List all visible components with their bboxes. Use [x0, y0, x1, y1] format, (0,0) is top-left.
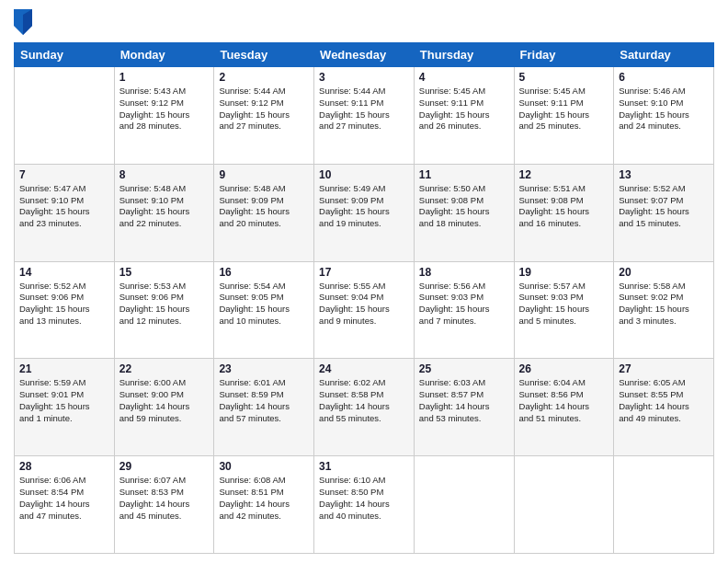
- day-number: 31: [319, 460, 409, 473]
- day-info: Sunrise: 6:05 AM Sunset: 8:55 PM Dayligh…: [619, 377, 709, 424]
- day-info: Sunrise: 5:44 AM Sunset: 9:12 PM Dayligh…: [219, 86, 309, 132]
- calendar-cell: 19Sunrise: 5:57 AM Sunset: 9:03 PM Dayli…: [514, 261, 614, 359]
- calendar-cell: [614, 456, 714, 554]
- calendar-cell: 23Sunrise: 6:01 AM Sunset: 8:59 PM Dayli…: [214, 359, 314, 456]
- calendar-cell: 28Sunrise: 6:06 AM Sunset: 8:54 PM Dayli…: [15, 456, 115, 554]
- day-number: 24: [319, 362, 409, 375]
- calendar-week-3: 14Sunrise: 5:52 AM Sunset: 9:06 PM Dayli…: [15, 261, 714, 359]
- day-info: Sunrise: 5:44 AM Sunset: 9:11 PM Dayligh…: [319, 86, 409, 132]
- calendar-header-wednesday: Wednesday: [314, 43, 415, 67]
- calendar-cell: 11Sunrise: 5:50 AM Sunset: 9:08 PM Dayli…: [414, 164, 514, 261]
- calendar-header-sunday: Sunday: [15, 43, 115, 67]
- day-info: Sunrise: 5:45 AM Sunset: 9:11 PM Dayligh…: [419, 86, 509, 132]
- day-number: 15: [119, 266, 210, 279]
- day-info: Sunrise: 5:56 AM Sunset: 9:03 PM Dayligh…: [419, 281, 509, 327]
- day-number: 29: [119, 460, 210, 473]
- calendar-header-saturday: Saturday: [614, 43, 714, 67]
- day-number: 2: [219, 71, 309, 84]
- calendar-cell: 18Sunrise: 5:56 AM Sunset: 9:03 PM Dayli…: [414, 261, 514, 359]
- day-number: 9: [219, 168, 309, 181]
- calendar-cell: 9Sunrise: 5:48 AM Sunset: 9:09 PM Daylig…: [214, 164, 314, 261]
- day-number: 12: [519, 168, 609, 181]
- day-number: 20: [619, 266, 709, 279]
- logo-icon: [14, 9, 32, 35]
- day-info: Sunrise: 6:00 AM Sunset: 9:00 PM Dayligh…: [119, 377, 210, 424]
- calendar-header-tuesday: Tuesday: [214, 43, 314, 67]
- day-number: 17: [319, 266, 409, 279]
- calendar-cell: 3Sunrise: 5:44 AM Sunset: 9:11 PM Daylig…: [314, 67, 415, 165]
- calendar-week-1: 1Sunrise: 5:43 AM Sunset: 9:12 PM Daylig…: [15, 67, 714, 165]
- calendar-cell: 5Sunrise: 5:45 AM Sunset: 9:11 PM Daylig…: [514, 67, 614, 165]
- day-info: Sunrise: 5:48 AM Sunset: 9:10 PM Dayligh…: [119, 183, 210, 230]
- calendar-cell: 14Sunrise: 5:52 AM Sunset: 9:06 PM Dayli…: [15, 261, 115, 359]
- calendar-table: SundayMondayTuesdayWednesdayThursdayFrid…: [14, 42, 714, 554]
- header: [14, 9, 714, 35]
- day-number: 25: [419, 362, 509, 375]
- day-info: Sunrise: 6:07 AM Sunset: 8:53 PM Dayligh…: [119, 475, 210, 522]
- day-number: 19: [519, 266, 609, 279]
- page: SundayMondayTuesdayWednesdayThursdayFrid…: [0, 0, 728, 563]
- day-number: 16: [219, 266, 309, 279]
- calendar-cell: 31Sunrise: 6:10 AM Sunset: 8:50 PM Dayli…: [314, 456, 415, 554]
- day-number: 6: [619, 71, 709, 84]
- day-number: 13: [619, 168, 709, 181]
- calendar-cell: 26Sunrise: 6:04 AM Sunset: 8:56 PM Dayli…: [514, 359, 614, 456]
- calendar-cell: 2Sunrise: 5:44 AM Sunset: 9:12 PM Daylig…: [214, 67, 314, 165]
- calendar-cell: [514, 456, 614, 554]
- calendar-header-monday: Monday: [114, 43, 214, 67]
- calendar-cell: 29Sunrise: 6:07 AM Sunset: 8:53 PM Dayli…: [114, 456, 214, 554]
- day-info: Sunrise: 6:02 AM Sunset: 8:58 PM Dayligh…: [319, 377, 409, 424]
- day-info: Sunrise: 5:57 AM Sunset: 9:03 PM Dayligh…: [519, 281, 609, 327]
- day-info: Sunrise: 6:01 AM Sunset: 8:59 PM Dayligh…: [219, 377, 309, 424]
- day-number: 7: [19, 168, 109, 181]
- day-number: 3: [319, 71, 409, 84]
- day-number: 28: [19, 460, 109, 473]
- day-info: Sunrise: 5:50 AM Sunset: 9:08 PM Dayligh…: [419, 183, 509, 230]
- calendar-cell: 4Sunrise: 5:45 AM Sunset: 9:11 PM Daylig…: [414, 67, 514, 165]
- calendar-cell: 6Sunrise: 5:46 AM Sunset: 9:10 PM Daylig…: [614, 67, 714, 165]
- calendar-cell: 30Sunrise: 6:08 AM Sunset: 8:51 PM Dayli…: [214, 456, 314, 554]
- day-info: Sunrise: 5:51 AM Sunset: 9:08 PM Dayligh…: [519, 183, 609, 230]
- day-number: 18: [419, 266, 509, 279]
- calendar-week-5: 28Sunrise: 6:06 AM Sunset: 8:54 PM Dayli…: [15, 456, 714, 554]
- calendar-header-friday: Friday: [514, 43, 614, 67]
- day-info: Sunrise: 5:55 AM Sunset: 9:04 PM Dayligh…: [319, 281, 409, 327]
- day-info: Sunrise: 5:53 AM Sunset: 9:06 PM Dayligh…: [119, 281, 210, 327]
- calendar-cell: 1Sunrise: 5:43 AM Sunset: 9:12 PM Daylig…: [114, 67, 214, 165]
- day-number: 21: [19, 362, 109, 375]
- day-info: Sunrise: 6:08 AM Sunset: 8:51 PM Dayligh…: [219, 475, 309, 522]
- calendar-cell: 22Sunrise: 6:00 AM Sunset: 9:00 PM Dayli…: [114, 359, 214, 456]
- day-info: Sunrise: 5:45 AM Sunset: 9:11 PM Dayligh…: [519, 86, 609, 132]
- day-info: Sunrise: 5:43 AM Sunset: 9:12 PM Dayligh…: [119, 86, 210, 132]
- calendar-week-4: 21Sunrise: 5:59 AM Sunset: 9:01 PM Dayli…: [15, 359, 714, 456]
- calendar-cell: [15, 67, 115, 165]
- day-info: Sunrise: 5:52 AM Sunset: 9:06 PM Dayligh…: [19, 281, 109, 327]
- calendar-header-row: SundayMondayTuesdayWednesdayThursdayFrid…: [15, 43, 714, 67]
- day-number: 23: [219, 362, 309, 375]
- calendar-cell: 12Sunrise: 5:51 AM Sunset: 9:08 PM Dayli…: [514, 164, 614, 261]
- day-number: 1: [119, 71, 210, 84]
- day-number: 11: [419, 168, 509, 181]
- day-number: 5: [519, 71, 609, 84]
- calendar-cell: 10Sunrise: 5:49 AM Sunset: 9:09 PM Dayli…: [314, 164, 415, 261]
- calendar-cell: 13Sunrise: 5:52 AM Sunset: 9:07 PM Dayli…: [614, 164, 714, 261]
- day-info: Sunrise: 5:46 AM Sunset: 9:10 PM Dayligh…: [619, 86, 709, 132]
- day-info: Sunrise: 6:04 AM Sunset: 8:56 PM Dayligh…: [519, 377, 609, 424]
- day-info: Sunrise: 6:06 AM Sunset: 8:54 PM Dayligh…: [19, 475, 109, 522]
- calendar-cell: 16Sunrise: 5:54 AM Sunset: 9:05 PM Dayli…: [214, 261, 314, 359]
- calendar-cell: 15Sunrise: 5:53 AM Sunset: 9:06 PM Dayli…: [114, 261, 214, 359]
- day-number: 4: [419, 71, 509, 84]
- calendar-cell: 20Sunrise: 5:58 AM Sunset: 9:02 PM Dayli…: [614, 261, 714, 359]
- calendar-cell: 27Sunrise: 6:05 AM Sunset: 8:55 PM Dayli…: [614, 359, 714, 456]
- day-info: Sunrise: 6:10 AM Sunset: 8:50 PM Dayligh…: [319, 475, 409, 522]
- calendar-week-2: 7Sunrise: 5:47 AM Sunset: 9:10 PM Daylig…: [15, 164, 714, 261]
- day-info: Sunrise: 6:03 AM Sunset: 8:57 PM Dayligh…: [419, 377, 509, 424]
- day-info: Sunrise: 5:49 AM Sunset: 9:09 PM Dayligh…: [319, 183, 409, 230]
- calendar-header-thursday: Thursday: [414, 43, 514, 67]
- calendar-cell: 17Sunrise: 5:55 AM Sunset: 9:04 PM Dayli…: [314, 261, 415, 359]
- calendar-cell: 24Sunrise: 6:02 AM Sunset: 8:58 PM Dayli…: [314, 359, 415, 456]
- day-info: Sunrise: 5:54 AM Sunset: 9:05 PM Dayligh…: [219, 281, 309, 327]
- calendar-cell: 21Sunrise: 5:59 AM Sunset: 9:01 PM Dayli…: [15, 359, 115, 456]
- day-info: Sunrise: 5:47 AM Sunset: 9:10 PM Dayligh…: [19, 183, 109, 230]
- calendar-cell: 8Sunrise: 5:48 AM Sunset: 9:10 PM Daylig…: [114, 164, 214, 261]
